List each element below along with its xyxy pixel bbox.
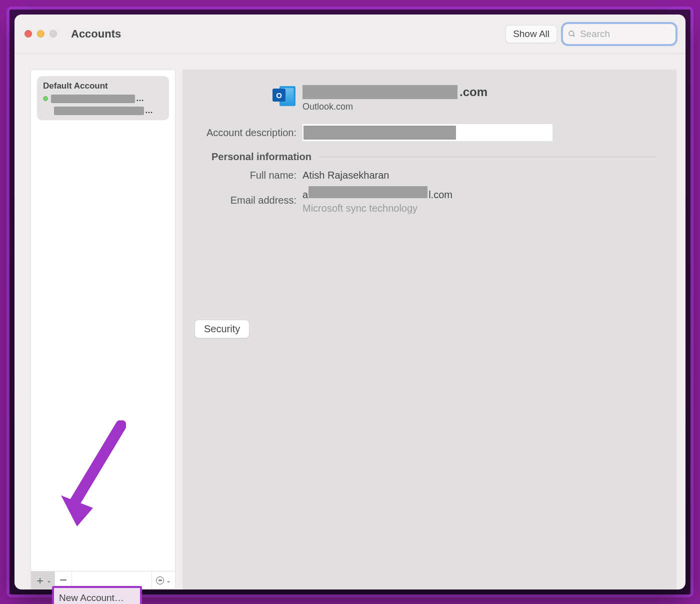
redacted-text [54, 107, 144, 115]
redacted-text [302, 85, 458, 99]
ellipsis-text: … [145, 106, 153, 115]
window-controls [24, 30, 57, 38]
svg-line-1 [573, 35, 574, 36]
annotation-arrow-icon [51, 420, 126, 530]
plus-icon: ＋ [34, 575, 46, 586]
sync-technology-note: Microsoft sync technology [302, 203, 418, 214]
full-name-label: Full name: [198, 170, 302, 181]
email-address-label: Email address: [198, 195, 302, 206]
chevron-down-icon: ⌄ [166, 577, 171, 584]
account-card-title: Default Account [43, 81, 163, 91]
ellipsis-circle-icon: ••• [156, 576, 164, 584]
account-description-label: Account description: [198, 127, 302, 139]
accounts-sidebar: Default Account … … ＋ ⌄ [30, 70, 176, 589]
search-icon [568, 30, 576, 39]
zoom-window-button[interactable] [50, 30, 57, 38]
ellipsis-text: … [136, 94, 144, 103]
accounts-window: Accounts Show All Default Account … [14, 15, 686, 589]
account-description-field[interactable] [302, 124, 552, 141]
redacted-text [308, 186, 428, 198]
full-name-value: Atish Rajasekharan [302, 170, 389, 181]
status-dot-online-icon [43, 96, 48, 101]
minimize-window-button[interactable] [37, 30, 44, 38]
personal-info-section-title: Personal information [212, 151, 312, 163]
chevron-down-icon: ⌄ [46, 577, 52, 584]
svg-marker-2 [61, 495, 93, 526]
email-prefix-char: a [302, 189, 308, 200]
titlebar: Accounts Show All [14, 15, 686, 54]
redacted-text [304, 126, 456, 140]
outlook-icon: O [272, 85, 296, 108]
account-provider-label: Outlook.com [302, 102, 656, 112]
account-detail-panel: O .com Outlook.com Account description: [182, 70, 676, 589]
close-window-button[interactable] [24, 30, 32, 38]
section-divider [318, 157, 656, 157]
security-button[interactable]: Security [194, 320, 250, 338]
redacted-text [51, 95, 135, 103]
add-account-button[interactable]: ＋ ⌄ [31, 571, 55, 589]
more-options-button[interactable]: ••• ⌄ [152, 571, 175, 589]
account-list-item-default[interactable]: Default Account … … [37, 76, 169, 120]
window-title: Accounts [71, 28, 121, 41]
show-all-button[interactable]: Show All [506, 25, 557, 43]
email-suffix: l.com [428, 189, 452, 200]
account-email-suffix: .com [460, 85, 488, 99]
search-field-wrap[interactable] [563, 24, 676, 44]
new-account-menu-item[interactable]: New Account… [52, 586, 142, 604]
svg-point-0 [569, 31, 574, 36]
search-input[interactable] [580, 29, 670, 40]
